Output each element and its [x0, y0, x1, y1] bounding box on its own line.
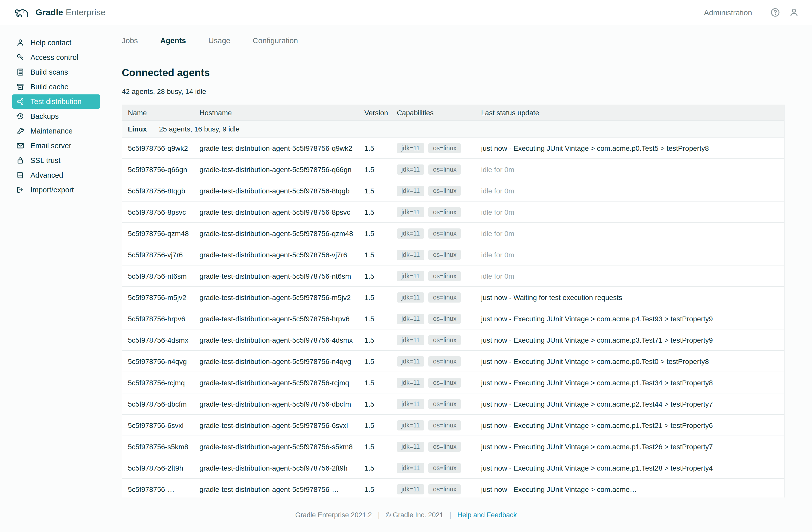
capability-badge: os=linux — [429, 143, 461, 153]
agent-capabilities: jdk=11os=linux — [391, 207, 476, 217]
agent-capabilities: jdk=11os=linux — [391, 186, 476, 196]
tab-agents[interactable]: Agents — [160, 36, 186, 45]
agent-name: 5c5f978756-n4qvg — [122, 357, 194, 365]
agent-status: just now - Executing JUnit Vintage > com… — [476, 442, 784, 450]
column-header-hostname: Hostname — [194, 109, 359, 117]
agent-status: idle for 0m — [476, 187, 784, 195]
capability-badge: jdk=11 — [397, 356, 424, 366]
sidebar-item-advanced[interactable]: Advanced — [12, 168, 100, 182]
capability-badge: os=linux — [429, 314, 461, 323]
sidebar-item-label: Maintenance — [30, 127, 73, 135]
agent-capabilities: jdk=11os=linux — [391, 399, 476, 409]
agent-status: idle for 0m — [476, 272, 784, 280]
table-row[interactable]: 5c5f978756-vj7r6 gradle-test-distributio… — [122, 244, 784, 265]
footer-separator: | — [378, 511, 380, 519]
question-icon[interactable] — [770, 8, 780, 17]
sidebar-item-help-contact[interactable]: Help contact — [12, 35, 100, 50]
table-row[interactable]: 5c5f978756-s5km8 gradle-test-distributio… — [122, 435, 784, 457]
agent-capabilities: jdk=11os=linux — [391, 292, 476, 302]
agent-name: 5c5f978756-qzm48 — [122, 229, 194, 237]
table-row[interactable]: 5c5f978756-dbcfm gradle-test-distributio… — [122, 393, 784, 414]
table-row[interactable]: 5c5f978756-… gradle-test-distribution-ag… — [122, 478, 784, 500]
agent-name: 5c5f978756-q66gn — [122, 165, 194, 173]
sidebar-item-backups[interactable]: Backups — [12, 109, 100, 123]
table-row[interactable]: 5c5f978756-rcjmq gradle-test-distributio… — [122, 372, 784, 393]
table-row[interactable]: 5c5f978756-q9wk2 gradle-test-distributio… — [122, 137, 784, 158]
table-row[interactable]: 5c5f978756-2ft9h gradle-test-distributio… — [122, 457, 784, 478]
capability-badge: jdk=11 — [397, 399, 424, 409]
agent-status: just now - Executing JUnit Vintage > com… — [476, 144, 784, 152]
capability-badge: jdk=11 — [397, 228, 424, 238]
tabs: JobsAgentsUsageConfiguration — [122, 25, 812, 45]
agent-hostname: gradle-test-distribution-agent-5c5f97875… — [194, 400, 359, 408]
agent-hostname: gradle-test-distribution-agent-5c5f97875… — [194, 144, 359, 152]
agent-hostname: gradle-test-distribution-agent-5c5f97875… — [194, 250, 359, 259]
agent-version: 1.5 — [359, 378, 391, 387]
agent-hostname: gradle-test-distribution-agent-5c5f97875… — [194, 229, 359, 237]
brand: GradleEnterprise — [12, 6, 105, 18]
table-row[interactable]: 5c5f978756-q66gn gradle-test-distributio… — [122, 158, 784, 180]
sidebar-item-maintenance[interactable]: Maintenance — [12, 124, 100, 138]
sidebar-item-build-cache[interactable]: Build cache — [12, 80, 100, 94]
person-icon — [16, 39, 24, 47]
capability-badge: os=linux — [429, 207, 461, 217]
sidebar-item-label: Build scans — [30, 68, 68, 76]
sidebar-item-email-server[interactable]: Email server — [12, 139, 100, 153]
agent-hostname: gradle-test-distribution-agent-5c5f97875… — [194, 187, 359, 195]
agent-name: 5c5f978756-m5jv2 — [122, 293, 194, 301]
table-row[interactable]: 5c5f978756-4dsmx gradle-test-distributio… — [122, 329, 784, 350]
agent-capabilities: jdk=11os=linux — [391, 463, 476, 473]
tab-usage[interactable]: Usage — [208, 36, 230, 45]
help-feedback-link[interactable]: Help and Feedback — [457, 511, 517, 519]
agent-hostname: gradle-test-distribution-agent-5c5f97875… — [194, 464, 359, 472]
table-row[interactable]: 5c5f978756-nt6sm gradle-test-distributio… — [122, 265, 784, 286]
tab-jobs[interactable]: Jobs — [122, 36, 138, 45]
sidebar-item-label: Advanced — [30, 171, 63, 179]
sidebar-item-label: Email server — [30, 142, 71, 150]
agent-hostname: gradle-test-distribution-agent-5c5f97875… — [194, 485, 359, 493]
capability-badge: jdk=11 — [397, 143, 424, 153]
agent-capabilities: jdk=11os=linux — [391, 271, 476, 281]
cache-icon — [16, 83, 24, 91]
table-row[interactable]: 5c5f978756-m5jv2 gradle-test-distributio… — [122, 286, 784, 307]
agent-hostname: gradle-test-distribution-agent-5c5f97875… — [194, 315, 359, 322]
agent-version: 1.5 — [359, 208, 391, 216]
agent-name: 5c5f978756-q9wk2 — [122, 144, 194, 152]
footer-product: Gradle Enterprise 2021.2 — [295, 511, 372, 519]
footer-copyright: © Gradle Inc. 2021 — [386, 511, 443, 519]
user-icon[interactable] — [789, 8, 799, 17]
capability-badge: os=linux — [429, 249, 461, 260]
table-row[interactable]: 5c5f978756-8psvc gradle-test-distributio… — [122, 201, 784, 222]
capability-badge: os=linux — [429, 463, 461, 473]
brand-gradle: Gradle — [35, 8, 63, 17]
sidebar-item-access-control[interactable]: Access control — [12, 50, 100, 64]
agent-hostname: gradle-test-distribution-agent-5c5f97875… — [194, 357, 359, 365]
table-row[interactable]: 5c5f978756-6svxl gradle-test-distributio… — [122, 414, 784, 435]
sidebar-item-label: Import/export — [30, 186, 74, 194]
main-content: JobsAgentsUsageConfiguration Connected a… — [113, 25, 812, 532]
table-row[interactable]: 5c5f978756-8tqgb gradle-test-distributio… — [122, 180, 784, 201]
sidebar-item-build-scans[interactable]: Build scans — [12, 65, 100, 79]
agent-capabilities: jdk=11os=linux — [391, 420, 476, 430]
brand-enterprise: Enterprise — [66, 8, 105, 17]
table-row[interactable]: 5c5f978756-qzm48 gradle-test-distributio… — [122, 222, 784, 244]
agent-name: 5c5f978756-8tqgb — [122, 187, 194, 195]
sidebar-item-test-distribution[interactable]: Test distribution — [12, 95, 100, 109]
administration-link[interactable]: Administration — [704, 8, 752, 17]
scans-icon — [16, 68, 24, 76]
tab-configuration[interactable]: Configuration — [253, 36, 298, 45]
capability-badge: jdk=11 — [397, 484, 424, 494]
sidebar-item-ssl-trust[interactable]: SSL trust — [12, 153, 100, 168]
table-row[interactable]: 5c5f978756-hrpv6 gradle-test-distributio… — [122, 307, 784, 329]
agent-capabilities: jdk=11os=linux — [391, 484, 476, 494]
agent-capabilities: jdk=11os=linux — [391, 143, 476, 153]
agent-capabilities: jdk=11os=linux — [391, 164, 476, 174]
agent-version: 1.5 — [359, 144, 391, 152]
agent-hostname: gradle-test-distribution-agent-5c5f97875… — [194, 442, 359, 450]
agent-status: just now - Executing JUnit Vintage > com… — [476, 336, 784, 344]
table-row[interactable]: 5c5f978756-n4qvg gradle-test-distributio… — [122, 350, 784, 372]
capability-badge: os=linux — [429, 186, 461, 196]
capability-badge: jdk=11 — [397, 164, 424, 174]
agent-version: 1.5 — [359, 293, 391, 301]
sidebar-item-import-export[interactable]: Import/export — [12, 183, 100, 197]
